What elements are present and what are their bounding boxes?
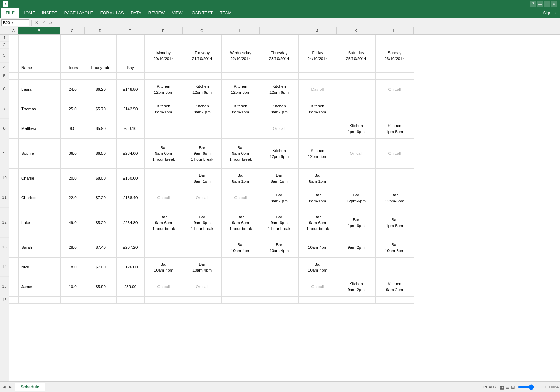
cell-C12[interactable]: 49.0 [61, 208, 85, 238]
col-header-C[interactable]: C [60, 27, 85, 34]
cell-I5[interactable] [260, 73, 299, 80]
cell-B3[interactable] [19, 49, 61, 63]
cell-J16[interactable] [299, 297, 337, 304]
cell-A12[interactable] [9, 208, 19, 238]
cell-C4-hours-header[interactable]: Hours [61, 63, 85, 73]
cell-G8[interactable] [183, 119, 222, 139]
cell-B11-charlotte[interactable]: Charlotte [19, 188, 61, 208]
rownum-8[interactable]: 8 [0, 119, 9, 138]
cell-E4-pay-header[interactable]: Pay [117, 63, 145, 73]
cell-J15[interactable]: On call [299, 277, 337, 297]
cell-F3[interactable]: Monday 20/10/2014 [145, 49, 183, 63]
cell-F2[interactable] [145, 42, 183, 49]
cell-C5[interactable] [61, 73, 85, 80]
cell-E7[interactable]: £142.50 [117, 99, 145, 119]
col-header-F[interactable]: F [144, 27, 183, 34]
cell-E1[interactable] [117, 35, 145, 42]
cell-K11[interactable]: Bar12pm-6pm [337, 188, 376, 208]
cell-L7[interactable] [376, 99, 414, 119]
cell-J4[interactable] [299, 63, 337, 73]
cell-I12[interactable]: Bar9am-6pm1 hour break [260, 208, 299, 238]
schedule-tab[interactable]: Schedule [15, 383, 45, 391]
cell-B6-laura[interactable]: Laura [19, 80, 61, 99]
cell-E12[interactable]: £254.80 [117, 208, 145, 238]
cell-B13-sarah[interactable]: Sarah [19, 238, 61, 258]
cell-D12[interactable]: $5.20 [85, 208, 117, 238]
cell-L5[interactable] [376, 73, 414, 80]
cell-G7[interactable]: Kitchen8am-1pm [183, 99, 222, 119]
cell-K7[interactable] [337, 99, 376, 119]
cell-B5[interactable] [19, 73, 61, 80]
cell-D7[interactable]: $5.70 [85, 99, 117, 119]
cell-A9[interactable] [9, 139, 19, 169]
cell-G6[interactable]: Kitchen12pm-6pm [183, 80, 222, 99]
formula-input[interactable] [55, 19, 559, 26]
cell-G15[interactable]: On call [183, 277, 222, 297]
rownum-7[interactable]: 7 [0, 99, 9, 119]
cell-H5[interactable] [222, 73, 260, 80]
insert-menu[interactable]: INSERT [38, 8, 61, 18]
cell-J7[interactable]: Kitchen8am-1pm [299, 99, 337, 119]
cell-E5[interactable] [117, 73, 145, 80]
rownum-13[interactable]: 13 [0, 238, 9, 257]
cell-G5[interactable] [183, 73, 222, 80]
cell-H13[interactable]: Bar10am-4pm [222, 238, 260, 258]
cell-E16[interactable] [117, 297, 145, 304]
cell-A8[interactable] [9, 119, 19, 139]
cell-A3[interactable] [9, 49, 19, 63]
cell-B2[interactable] [19, 42, 61, 49]
cell-G12[interactable]: Bar9am-6pm1 hour break [183, 208, 222, 238]
cell-F1[interactable] [145, 35, 183, 42]
file-menu[interactable]: FILE [1, 8, 19, 18]
view-menu[interactable]: VIEW [168, 8, 186, 18]
cell-H2[interactable] [222, 42, 260, 49]
col-header-D[interactable]: D [85, 27, 116, 34]
rownum-6[interactable]: 6 [0, 79, 9, 99]
cell-E9[interactable]: £234.00 [117, 139, 145, 169]
cell-B10-charlie[interactable]: Charlie [19, 169, 61, 188]
col-header-G[interactable]: G [183, 27, 221, 34]
cell-D16[interactable] [85, 297, 117, 304]
cell-L13[interactable]: Bar10am-3pm [376, 238, 414, 258]
cell-H4[interactable] [222, 63, 260, 73]
cell-G9[interactable]: Bar9am-6pm1 hour break [183, 139, 222, 169]
cell-J3[interactable]: Friday 24/10/2014 [299, 49, 337, 63]
rownum-5[interactable]: 5 [0, 72, 9, 79]
cell-E2[interactable] [117, 42, 145, 49]
cell-F16[interactable] [145, 297, 183, 304]
cell-A2[interactable] [9, 42, 19, 49]
cell-G13[interactable] [183, 238, 222, 258]
cell-F4[interactable] [145, 63, 183, 73]
cell-E15[interactable]: £59.00 [117, 277, 145, 297]
cell-B16[interactable] [19, 297, 61, 304]
cell-K14[interactable] [337, 258, 376, 277]
next-sheet-btn[interactable]: ▶ [8, 384, 13, 390]
cell-I16[interactable] [260, 297, 299, 304]
cell-F5[interactable] [145, 73, 183, 80]
cell-C3[interactable] [61, 49, 85, 63]
cell-I7[interactable]: Kitchen8am-1pm [260, 99, 299, 119]
cell-A14[interactable] [9, 258, 19, 277]
rownum-12[interactable]: 12 [0, 208, 9, 238]
cell-G14[interactable]: Bar10am-4pm [183, 258, 222, 277]
home-menu[interactable]: HOME [19, 8, 38, 18]
cell-I13[interactable]: Bar10am-4pm [260, 238, 299, 258]
cell-B7-thomas[interactable]: Thomas [19, 99, 61, 119]
cell-B15-james[interactable]: James [19, 277, 61, 297]
rownum-1[interactable]: 1 [0, 35, 9, 42]
cell-I1[interactable] [260, 35, 299, 42]
cell-F7[interactable]: Kitchen8am-1pm [145, 99, 183, 119]
cell-D6[interactable]: $6.20 [85, 80, 117, 99]
cell-F8[interactable] [145, 119, 183, 139]
cell-H6[interactable]: Kitchen12pm-6pm [222, 80, 260, 99]
cell-K9[interactable]: On call [337, 139, 376, 169]
cell-G4[interactable] [183, 63, 222, 73]
cell-L4[interactable] [376, 63, 414, 73]
cell-B9-sophie[interactable]: Sophie [19, 139, 61, 169]
rownum-4[interactable]: 4 [0, 63, 9, 72]
cell-G1[interactable] [183, 35, 222, 42]
cell-C11[interactable]: 22.0 [61, 188, 85, 208]
cell-B1[interactable] [19, 35, 61, 42]
cell-E14[interactable]: £126.00 [117, 258, 145, 277]
cell-C1[interactable] [61, 35, 85, 42]
